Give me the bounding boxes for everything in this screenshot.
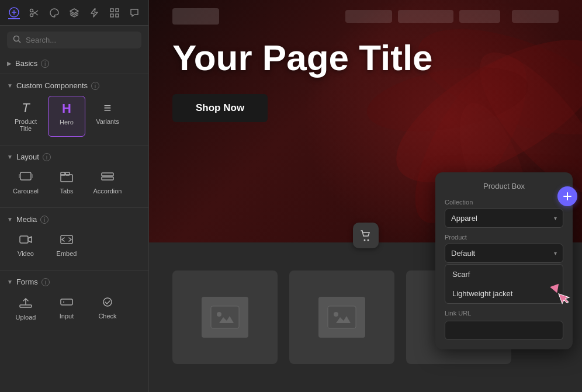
media-grid: Video Embed xyxy=(0,227,148,268)
product-option-scarf[interactable]: Scarf xyxy=(445,265,563,284)
nav-link-4[interactable] xyxy=(512,10,559,23)
accordion-icon xyxy=(101,172,115,185)
nav-link-1[interactable] xyxy=(345,10,392,23)
hero-content: Your Page Title Shop Now xyxy=(172,38,433,122)
shop-now-button[interactable]: Shop Now xyxy=(172,94,268,122)
product-select[interactable]: Default ▾ xyxy=(445,244,563,263)
layout-section[interactable]: ▼ Layout i xyxy=(0,148,148,165)
svg-point-11 xyxy=(14,36,19,41)
svg-rect-18 xyxy=(65,172,70,175)
product-label: Product xyxy=(445,234,563,241)
tabs-label: Tabs xyxy=(60,188,73,195)
search-bar xyxy=(7,32,141,48)
product-title-component[interactable]: T Product Title xyxy=(7,96,44,137)
svg-rect-19 xyxy=(102,173,113,176)
palette-icon[interactable] xyxy=(49,6,60,19)
svg-rect-9 xyxy=(110,14,113,17)
hero-title: Your Page Title xyxy=(172,38,433,78)
main-canvas: Your Page Title Shop Now xyxy=(149,0,582,392)
product-card-1[interactable] xyxy=(172,270,278,364)
input-icon xyxy=(60,297,74,310)
svg-rect-24 xyxy=(61,299,72,305)
embed-icon xyxy=(60,234,74,248)
basics-section[interactable]: ▶ Basics i xyxy=(0,54,148,71)
carousel-icon xyxy=(19,172,33,185)
forms-info-icon: i xyxy=(41,278,50,286)
svg-rect-10 xyxy=(116,14,119,17)
collection-value: Apparel xyxy=(451,214,477,223)
add-icon[interactable] xyxy=(8,6,20,19)
layers-icon[interactable] xyxy=(68,6,80,19)
product-image-1 xyxy=(202,297,248,338)
custom-components-section[interactable]: ▼ Custom Components i xyxy=(0,77,148,93)
divider-4 xyxy=(0,270,148,270)
svg-point-4 xyxy=(30,13,33,16)
embed-component[interactable]: Embed xyxy=(48,230,85,262)
add-element-button[interactable] xyxy=(557,186,577,206)
product-card-2[interactable] xyxy=(289,270,394,364)
forms-label: Forms xyxy=(16,277,38,286)
input-component[interactable]: Input xyxy=(48,292,85,325)
svg-rect-23 xyxy=(20,305,32,307)
basics-info-icon: i xyxy=(41,60,49,68)
chat-icon[interactable] xyxy=(129,6,140,19)
check-component[interactable]: Check xyxy=(89,292,126,325)
divider-2 xyxy=(0,145,148,145)
divider-3 xyxy=(0,207,148,208)
search-icon xyxy=(13,35,21,45)
product-title-label: Product Title xyxy=(9,118,42,132)
upload-component[interactable]: Upload xyxy=(7,292,44,325)
svg-point-33 xyxy=(363,240,365,241)
media-arrow: ▼ xyxy=(7,216,13,223)
check-label: Check xyxy=(98,313,116,320)
svg-rect-7 xyxy=(110,9,113,12)
nav-link-2[interactable] xyxy=(398,10,453,23)
svg-rect-14 xyxy=(19,174,20,178)
search-input[interactable] xyxy=(26,36,136,44)
basics-label: Basics xyxy=(15,59,37,68)
basics-arrow: ▶ xyxy=(7,60,12,67)
svg-point-26 xyxy=(103,298,112,306)
carousel-component[interactable]: Carousel xyxy=(7,167,44,199)
lightning-icon[interactable] xyxy=(88,6,100,19)
product-box-popup: Product Box Collection Apparel ▾ Product… xyxy=(435,172,573,349)
svg-line-12 xyxy=(19,41,21,43)
accordion-label: Accordion xyxy=(93,188,122,195)
check-icon xyxy=(101,297,114,310)
forms-arrow: ▼ xyxy=(7,279,13,285)
nav-logo xyxy=(172,8,219,25)
product-dropdown-list: Scarf Lightweight jacket xyxy=(445,264,563,304)
custom-components-info-icon: i xyxy=(91,82,99,90)
media-section[interactable]: ▼ Media i xyxy=(0,210,148,227)
custom-components-label: Custom Components xyxy=(16,81,88,90)
product-dropdown-arrow: ▾ xyxy=(554,250,557,256)
nav-bar xyxy=(149,0,582,32)
forms-grid: Upload Input Check xyxy=(0,290,148,331)
product-image-2 xyxy=(318,297,365,338)
link-url-input[interactable] xyxy=(445,321,563,340)
product-option-jacket[interactable]: Lightweight jacket xyxy=(445,284,563,303)
svg-rect-8 xyxy=(116,9,119,12)
upload-label: Upload xyxy=(16,314,36,321)
svg-point-38 xyxy=(334,312,338,317)
nav-link-3[interactable] xyxy=(459,10,500,23)
tabs-component[interactable]: Tabs xyxy=(48,167,85,199)
svg-rect-20 xyxy=(102,177,113,180)
custom-components-grid: T Product Title H Hero ≡ Variants xyxy=(0,93,148,143)
carousel-label: Carousel xyxy=(13,188,39,195)
layout-info-icon: i xyxy=(43,153,51,161)
embed-label: Embed xyxy=(57,250,77,257)
svg-rect-17 xyxy=(61,172,65,175)
collection-select[interactable]: Apparel ▾ xyxy=(445,209,563,228)
scissors-icon[interactable] xyxy=(28,6,40,19)
accordion-component[interactable]: Accordion xyxy=(89,167,126,199)
svg-rect-37 xyxy=(328,306,356,328)
variants-component[interactable]: ≡ Variants xyxy=(89,96,126,137)
media-label: Media xyxy=(16,215,37,224)
forms-section[interactable]: ▼ Forms i xyxy=(0,273,148,290)
divider-1 xyxy=(0,74,148,74)
grid-icon[interactable] xyxy=(108,6,120,19)
hero-component[interactable]: H Hero xyxy=(48,96,85,137)
layout-arrow: ▼ xyxy=(7,154,13,160)
video-component[interactable]: Video xyxy=(7,230,44,262)
